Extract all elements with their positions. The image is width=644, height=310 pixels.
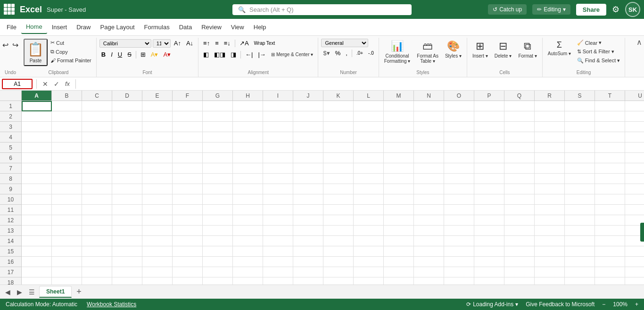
border-button[interactable]: ⊞ <box>139 50 148 59</box>
grid-cell[interactable] <box>52 153 82 163</box>
grid-cell[interactable] <box>384 174 414 184</box>
grid-cell[interactable] <box>203 226 233 236</box>
grid-cell[interactable] <box>595 184 625 194</box>
grid-cell[interactable] <box>504 236 535 246</box>
fill-color-button[interactable]: A▾ <box>149 50 160 59</box>
grid-cell[interactable] <box>323 267 354 277</box>
grid-cell[interactable] <box>52 257 82 267</box>
format-painter-button[interactable]: 🖌Format Painter <box>49 57 93 64</box>
grid-cell[interactable] <box>595 246 625 257</box>
col-header-h[interactable]: H <box>233 91 263 101</box>
redo-button[interactable]: ↪ <box>11 39 20 51</box>
grid-cell[interactable] <box>444 142 474 153</box>
grid-cell[interactable] <box>263 184 293 194</box>
grid-cell[interactable] <box>384 236 414 246</box>
grid-cell[interactable] <box>82 277 112 285</box>
grid-cell[interactable] <box>82 226 112 236</box>
grid-cell[interactable] <box>203 122 233 132</box>
grid-cell[interactable] <box>112 122 142 132</box>
collapse-ribbon-button[interactable]: ∧ <box>636 38 642 47</box>
grid-cell[interactable] <box>414 246 444 257</box>
menu-home[interactable]: Home <box>21 20 47 34</box>
grid-cell[interactable] <box>142 122 173 132</box>
grid-cell[interactable] <box>233 226 263 236</box>
indent-decrease-button[interactable]: ←| <box>243 50 255 59</box>
grid-cell[interactable] <box>414 153 444 163</box>
corner-cell[interactable] <box>0 91 22 101</box>
grid-cell[interactable] <box>565 153 595 163</box>
grid-cell[interactable] <box>263 194 293 205</box>
grid-cell[interactable] <box>474 184 504 194</box>
grid-cell[interactable] <box>323 101 354 111</box>
grid-cell[interactable] <box>263 236 293 246</box>
grid-cell[interactable] <box>233 194 263 205</box>
decrease-decimal-button[interactable]: -.0 <box>366 50 376 57</box>
sheet-tab-sheet1[interactable]: Sheet1 <box>39 286 72 298</box>
grid-cell[interactable] <box>263 226 293 236</box>
grid-cell[interactable] <box>203 267 233 277</box>
grid-cell[interactable] <box>233 277 263 285</box>
number-format-select[interactable]: General <box>321 39 368 47</box>
grid-cell[interactable] <box>565 215 595 226</box>
grid-cell[interactable] <box>203 236 233 246</box>
grid-cell[interactable] <box>414 267 444 277</box>
grid-cell[interactable] <box>535 215 565 226</box>
grid-cell[interactable] <box>625 132 644 142</box>
grid-cell[interactable] <box>595 257 625 267</box>
grid-cell[interactable] <box>22 163 52 174</box>
grid-cell[interactable] <box>233 174 263 184</box>
grid-cell[interactable] <box>52 111 82 122</box>
underline-button[interactable]: U <box>116 50 124 59</box>
grid-cell[interactable] <box>52 205 82 215</box>
insert-button[interactable]: ⊞ Insert ▾ <box>470 39 490 60</box>
grid-cell[interactable] <box>474 142 504 153</box>
format-button[interactable]: ⧉ Format ▾ <box>516 39 539 60</box>
grid-cell[interactable] <box>565 163 595 174</box>
cell-reference-input[interactable] <box>2 79 33 89</box>
comma-button[interactable]: , <box>344 49 349 58</box>
grid-cell[interactable] <box>414 101 444 111</box>
increase-decimal-button[interactable]: .0+ <box>355 50 365 57</box>
grid-cell[interactable] <box>504 205 535 215</box>
grid-cell[interactable] <box>565 132 595 142</box>
grid-cell[interactable] <box>595 142 625 153</box>
decrease-font-button[interactable]: A↓ <box>184 39 195 48</box>
grid-cell[interactable] <box>354 236 384 246</box>
grid-cell[interactable] <box>293 236 323 246</box>
grid-cell[interactable] <box>112 257 142 267</box>
grid-cell[interactable] <box>384 122 414 132</box>
grid-cell[interactable] <box>323 226 354 236</box>
grid-cell[interactable] <box>414 277 444 285</box>
grid-cell[interactable] <box>233 215 263 226</box>
grid-cell[interactable] <box>444 205 474 215</box>
sheet-menu-button[interactable]: ☰ <box>26 287 37 297</box>
grid-cell[interactable] <box>112 174 142 184</box>
row-11[interactable]: 11 <box>0 205 21 215</box>
grid-cell[interactable] <box>293 101 323 111</box>
col-header-m[interactable]: M <box>384 91 414 101</box>
grid-cell[interactable] <box>444 174 474 184</box>
angle-text-button[interactable]: ↗A <box>238 39 251 48</box>
grid-cell[interactable] <box>22 122 52 132</box>
grid-cell[interactable] <box>504 184 535 194</box>
grid-cell[interactable] <box>173 111 203 122</box>
grid-cell[interactable] <box>142 257 173 267</box>
grid-cell[interactable] <box>52 174 82 184</box>
grid-cell[interactable] <box>82 184 112 194</box>
grid-cell[interactable] <box>112 132 142 142</box>
grid-cell[interactable] <box>444 267 474 277</box>
grid-cell[interactable] <box>384 142 414 153</box>
menu-insert[interactable]: Insert <box>47 21 72 34</box>
grid-cell[interactable] <box>173 246 203 257</box>
grid-cell[interactable] <box>565 184 595 194</box>
grid-cell[interactable] <box>444 257 474 267</box>
copy-button[interactable]: ⧉Copy <box>49 48 93 56</box>
grid-cell[interactable] <box>625 163 644 174</box>
row-3[interactable]: 3 <box>0 122 21 132</box>
grid-cell[interactable] <box>565 101 595 111</box>
grid-cell[interactable] <box>444 111 474 122</box>
grid-cell[interactable] <box>474 236 504 246</box>
grid-cell[interactable] <box>535 236 565 246</box>
grid-cell[interactable] <box>82 215 112 226</box>
grid-cell[interactable] <box>565 277 595 285</box>
